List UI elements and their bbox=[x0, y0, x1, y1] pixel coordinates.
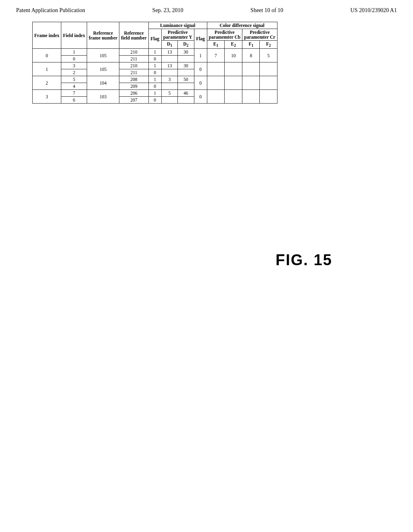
field-index-cell: 6 bbox=[61, 97, 87, 104]
ref-field-cell: 211 bbox=[119, 69, 149, 76]
col-flag-header: Flag bbox=[194, 29, 207, 49]
f2-cell bbox=[260, 62, 277, 76]
e1-cell bbox=[207, 62, 225, 76]
lum-flag-cell: 0 bbox=[148, 97, 161, 104]
d1-header: D1 bbox=[161, 41, 177, 49]
ref-field-cell: 206 bbox=[119, 90, 149, 97]
f1-cell: 8 bbox=[242, 49, 260, 62]
frame-index-cell: 2 bbox=[33, 76, 61, 90]
e1-cell bbox=[207, 76, 225, 90]
ref-field-cell: 211 bbox=[119, 56, 149, 62]
lum-flag-cell: 1 bbox=[148, 76, 161, 83]
ref-frame-cell: 103 bbox=[87, 90, 119, 104]
d2-cell: 46 bbox=[178, 90, 194, 97]
ref-frame-cell: 105 bbox=[87, 49, 119, 62]
table-row: 0110521011330171085 bbox=[33, 49, 277, 56]
d2-cell bbox=[178, 97, 194, 104]
col-flag-cell: 0 bbox=[194, 90, 207, 104]
table-row: 2510420813500 bbox=[33, 76, 277, 83]
frame-index-cell: 3 bbox=[33, 90, 61, 104]
ref-frame-header: Referenceframe number bbox=[87, 22, 119, 49]
d2-cell: 30 bbox=[178, 62, 194, 69]
ref-frame-cell: 105 bbox=[87, 62, 119, 76]
col-flag-cell: 1 bbox=[194, 49, 207, 62]
date-label: Sep. 23, 2010 bbox=[152, 7, 184, 14]
field-index-cell: 7 bbox=[61, 90, 87, 97]
f1-cell bbox=[242, 90, 260, 104]
e1-cell bbox=[207, 90, 225, 104]
lum-flag-cell: 0 bbox=[148, 83, 161, 90]
ref-frame-cell: 104 bbox=[87, 76, 119, 90]
color-diff-header: Color difference signal bbox=[207, 22, 277, 29]
table-row: 13105210113300 bbox=[33, 62, 277, 69]
luminance-header: Luminance signal bbox=[148, 22, 207, 29]
d2-cell bbox=[178, 83, 194, 90]
field-index-header: Field index bbox=[61, 22, 87, 49]
ref-field-cell: 207 bbox=[119, 97, 149, 104]
f2-cell: 5 bbox=[260, 49, 277, 62]
f2-cell bbox=[260, 76, 277, 90]
field-index-cell: 4 bbox=[61, 83, 87, 90]
f1-cell bbox=[242, 62, 260, 76]
col-flag-cell: 0 bbox=[194, 62, 207, 76]
lum-flag-cell: 0 bbox=[148, 56, 161, 62]
d2-cell: 30 bbox=[178, 49, 194, 56]
f1-cell bbox=[242, 76, 260, 90]
ref-field-cell: 210 bbox=[119, 62, 149, 69]
patent-number: US 2010/239020 A1 bbox=[350, 7, 397, 14]
d1-cell: 5 bbox=[161, 90, 177, 97]
e2-cell bbox=[225, 76, 242, 90]
e1-cell: 7 bbox=[207, 49, 225, 62]
e2-header: E2 bbox=[225, 41, 242, 49]
d2-header: D2 bbox=[178, 41, 194, 49]
lum-flag-cell: 1 bbox=[148, 49, 161, 56]
f2-cell bbox=[260, 90, 277, 104]
frame-index-header: Frame index bbox=[33, 22, 61, 49]
field-index-cell: 2 bbox=[61, 69, 87, 76]
ref-field-cell: 209 bbox=[119, 83, 149, 90]
d1-cell bbox=[161, 56, 177, 62]
e2-cell: 10 bbox=[225, 49, 242, 62]
e2-cell bbox=[225, 62, 242, 76]
e2-cell bbox=[225, 90, 242, 104]
pred-cb-header: Predictiveparamemter Cb bbox=[207, 29, 242, 41]
d2-cell: 50 bbox=[178, 76, 194, 83]
lum-flag-cell: 0 bbox=[148, 69, 161, 76]
lum-flag-cell: 1 bbox=[148, 62, 161, 69]
table-row: 3710320615460 bbox=[33, 90, 277, 97]
d1-cell bbox=[161, 97, 177, 104]
d1-cell: 13 bbox=[161, 62, 177, 69]
d2-cell bbox=[178, 69, 194, 76]
field-index-cell: 3 bbox=[61, 62, 87, 69]
ref-field-header: Referencefield number bbox=[119, 22, 149, 49]
d2-cell bbox=[178, 56, 194, 62]
d1-cell: 13 bbox=[161, 49, 177, 56]
pred-cr-header: Predictiveparamemter Cr bbox=[242, 29, 277, 41]
d1-cell: 3 bbox=[161, 76, 177, 83]
f1-header: F1 bbox=[242, 41, 260, 49]
ref-field-cell: 210 bbox=[119, 49, 149, 56]
publication-label: Patent Application Publication bbox=[16, 7, 85, 14]
pred-y-header: Predictiveparamemter Y bbox=[161, 29, 194, 41]
field-index-cell: 0 bbox=[61, 56, 87, 62]
main-table: Frame index Field index Referenceframe n… bbox=[32, 22, 277, 104]
figure-label: FIG. 15 bbox=[275, 251, 332, 269]
ref-field-cell: 208 bbox=[119, 76, 149, 83]
lum-flag-cell: 1 bbox=[148, 90, 161, 97]
f2-header: F2 bbox=[260, 41, 277, 49]
field-index-cell: 1 bbox=[61, 49, 87, 56]
field-index-cell: 5 bbox=[61, 76, 87, 83]
lum-flag-header: Flag bbox=[148, 29, 161, 49]
d1-cell bbox=[161, 69, 177, 76]
page-header: Patent Application Publication Sep. 23, … bbox=[0, 0, 413, 18]
frame-index-cell: 1 bbox=[33, 62, 61, 76]
e1-header: E1 bbox=[207, 41, 225, 49]
sheet-label: Sheet 10 of 10 bbox=[250, 7, 283, 14]
frame-index-cell: 0 bbox=[33, 49, 61, 62]
col-flag-cell: 0 bbox=[194, 76, 207, 90]
d1-cell bbox=[161, 83, 177, 90]
